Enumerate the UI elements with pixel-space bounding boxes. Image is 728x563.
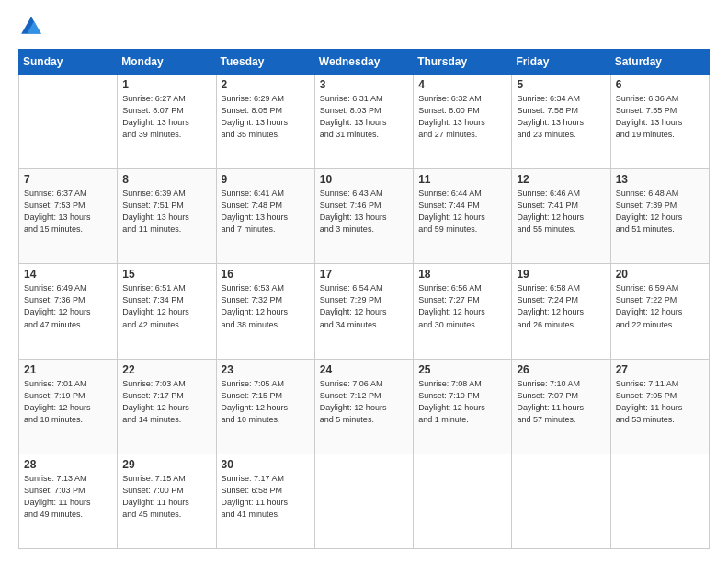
day-info: Sunrise: 6:39 AM Sunset: 7:51 PM Dayligh… [122,188,210,236]
calendar-cell: 23Sunrise: 7:05 AM Sunset: 7:15 PM Dayli… [216,359,314,454]
calendar-header-row: SundayMondayTuesdayWednesdayThursdayFrid… [19,50,710,75]
calendar-cell: 8Sunrise: 6:39 AM Sunset: 7:51 PM Daylig… [118,169,216,264]
calendar-cell: 25Sunrise: 7:08 AM Sunset: 7:10 PM Dayli… [414,359,512,454]
calendar-week-row: 1Sunrise: 6:27 AM Sunset: 8:07 PM Daylig… [19,75,710,169]
day-info: Sunrise: 7:10 AM Sunset: 7:07 PM Dayligh… [517,378,605,426]
day-number: 19 [517,268,605,281]
day-info: Sunrise: 6:29 AM Sunset: 8:05 PM Dayligh… [222,93,310,141]
calendar-cell: 10Sunrise: 6:43 AM Sunset: 7:46 PM Dayli… [314,169,413,264]
calendar-week-row: 7Sunrise: 6:37 AM Sunset: 7:53 PM Daylig… [19,169,710,264]
calendar-cell: 15Sunrise: 6:51 AM Sunset: 7:34 PM Dayli… [118,264,216,359]
day-info: Sunrise: 6:43 AM Sunset: 7:46 PM Dayligh… [320,188,408,236]
calendar-cell: 9Sunrise: 6:41 AM Sunset: 7:48 PM Daylig… [216,169,314,264]
calendar-week-row: 28Sunrise: 7:13 AM Sunset: 7:03 PM Dayli… [19,454,710,548]
day-number: 13 [616,173,704,186]
calendar-week-row: 14Sunrise: 6:49 AM Sunset: 7:36 PM Dayli… [19,264,710,359]
day-number: 5 [517,78,605,91]
day-info: Sunrise: 6:48 AM Sunset: 7:39 PM Dayligh… [616,188,704,236]
day-number: 8 [122,173,210,186]
day-number: 17 [320,268,408,281]
day-info: Sunrise: 7:01 AM Sunset: 7:19 PM Dayligh… [24,378,112,426]
day-number: 15 [122,268,210,281]
calendar-cell: 18Sunrise: 6:56 AM Sunset: 7:27 PM Dayli… [414,264,512,359]
day-number: 22 [122,363,210,376]
calendar-cell: 6Sunrise: 6:36 AM Sunset: 7:55 PM Daylig… [610,75,709,169]
day-info: Sunrise: 7:17 AM Sunset: 6:58 PM Dayligh… [222,473,310,521]
day-info: Sunrise: 6:51 AM Sunset: 7:34 PM Dayligh… [122,282,210,330]
day-info: Sunrise: 7:11 AM Sunset: 7:05 PM Dayligh… [616,378,704,426]
calendar-cell [19,75,118,169]
calendar-day-header: Wednesday [314,50,413,75]
day-number: 27 [616,363,704,376]
calendar-cell: 19Sunrise: 6:58 AM Sunset: 7:24 PM Dayli… [512,264,610,359]
calendar-cell: 26Sunrise: 7:10 AM Sunset: 7:07 PM Dayli… [512,359,610,454]
day-info: Sunrise: 6:36 AM Sunset: 7:55 PM Dayligh… [616,93,704,141]
day-info: Sunrise: 6:37 AM Sunset: 7:53 PM Dayligh… [24,188,112,236]
day-info: Sunrise: 6:41 AM Sunset: 7:48 PM Dayligh… [222,188,310,236]
day-number: 4 [418,78,506,91]
calendar-cell: 5Sunrise: 6:34 AM Sunset: 7:58 PM Daylig… [512,75,610,169]
calendar-cell: 27Sunrise: 7:11 AM Sunset: 7:05 PM Dayli… [610,359,709,454]
calendar-cell: 28Sunrise: 7:13 AM Sunset: 7:03 PM Dayli… [19,454,118,548]
day-info: Sunrise: 6:31 AM Sunset: 8:03 PM Dayligh… [320,93,408,141]
calendar-cell [414,454,512,548]
calendar-cell: 14Sunrise: 6:49 AM Sunset: 7:36 PM Dayli… [19,264,118,359]
day-number: 30 [222,458,310,471]
calendar-cell: 2Sunrise: 6:29 AM Sunset: 8:05 PM Daylig… [216,75,314,169]
day-number: 10 [320,173,408,186]
day-info: Sunrise: 6:46 AM Sunset: 7:41 PM Dayligh… [517,188,605,236]
calendar-day-header: Tuesday [216,50,314,75]
calendar-cell: 13Sunrise: 6:48 AM Sunset: 7:39 PM Dayli… [610,169,709,264]
day-number: 1 [122,78,210,91]
day-info: Sunrise: 6:59 AM Sunset: 7:22 PM Dayligh… [616,282,704,330]
calendar-cell: 21Sunrise: 7:01 AM Sunset: 7:19 PM Dayli… [19,359,118,454]
logo-icon [18,14,44,40]
calendar-day-header: Friday [512,50,610,75]
day-number: 24 [320,363,408,376]
calendar-cell: 12Sunrise: 6:46 AM Sunset: 7:41 PM Dayli… [512,169,610,264]
day-number: 6 [616,78,704,91]
calendar-day-header: Saturday [610,50,709,75]
day-info: Sunrise: 6:56 AM Sunset: 7:27 PM Dayligh… [418,282,506,330]
calendar-cell: 1Sunrise: 6:27 AM Sunset: 8:07 PM Daylig… [118,75,216,169]
day-number: 9 [222,173,310,186]
header [18,14,710,40]
calendar-cell: 16Sunrise: 6:53 AM Sunset: 7:32 PM Dayli… [216,264,314,359]
calendar-cell [610,454,709,548]
calendar-page: SundayMondayTuesdayWednesdayThursdayFrid… [0,0,728,563]
day-number: 28 [24,458,112,471]
day-number: 3 [320,78,408,91]
day-number: 26 [517,363,605,376]
day-number: 12 [517,173,605,186]
calendar-cell: 24Sunrise: 7:06 AM Sunset: 7:12 PM Dayli… [314,359,413,454]
calendar-cell: 20Sunrise: 6:59 AM Sunset: 7:22 PM Dayli… [610,264,709,359]
calendar-cell: 29Sunrise: 7:15 AM Sunset: 7:00 PM Dayli… [118,454,216,548]
calendar-cell: 4Sunrise: 6:32 AM Sunset: 8:00 PM Daylig… [414,75,512,169]
day-number: 14 [24,268,112,281]
day-number: 20 [616,268,704,281]
calendar-day-header: Thursday [414,50,512,75]
calendar-cell: 30Sunrise: 7:17 AM Sunset: 6:58 PM Dayli… [216,454,314,548]
day-info: Sunrise: 6:34 AM Sunset: 7:58 PM Dayligh… [517,93,605,141]
day-info: Sunrise: 7:03 AM Sunset: 7:17 PM Dayligh… [122,378,210,426]
calendar-cell [314,454,413,548]
day-info: Sunrise: 6:44 AM Sunset: 7:44 PM Dayligh… [418,188,506,236]
calendar-cell: 7Sunrise: 6:37 AM Sunset: 7:53 PM Daylig… [19,169,118,264]
day-number: 21 [24,363,112,376]
day-info: Sunrise: 6:27 AM Sunset: 8:07 PM Dayligh… [122,93,210,141]
day-info: Sunrise: 7:05 AM Sunset: 7:15 PM Dayligh… [222,378,310,426]
calendar-day-header: Sunday [19,50,118,75]
day-info: Sunrise: 7:08 AM Sunset: 7:10 PM Dayligh… [418,378,506,426]
calendar-cell: 17Sunrise: 6:54 AM Sunset: 7:29 PM Dayli… [314,264,413,359]
day-number: 25 [418,363,506,376]
calendar-cell: 3Sunrise: 6:31 AM Sunset: 8:03 PM Daylig… [314,75,413,169]
calendar-cell [512,454,610,548]
day-number: 16 [222,268,310,281]
day-number: 23 [222,363,310,376]
calendar-cell: 22Sunrise: 7:03 AM Sunset: 7:17 PM Dayli… [118,359,216,454]
day-number: 18 [418,268,506,281]
day-info: Sunrise: 7:15 AM Sunset: 7:00 PM Dayligh… [122,473,210,521]
day-number: 11 [418,173,506,186]
day-info: Sunrise: 7:06 AM Sunset: 7:12 PM Dayligh… [320,378,408,426]
day-info: Sunrise: 6:53 AM Sunset: 7:32 PM Dayligh… [222,282,310,330]
